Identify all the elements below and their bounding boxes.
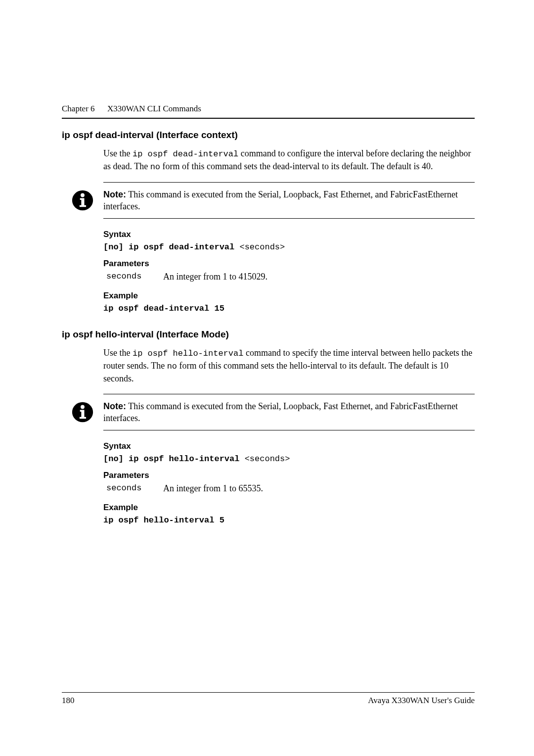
intro-text: form of this command sets the dead-inter… (160, 161, 433, 171)
chapter-title: X330WAN CLI Commands (107, 104, 201, 113)
note-label: Note: (103, 401, 126, 411)
example-command: ip ospf dead-interval 15 (103, 304, 224, 313)
intro-code: ip ospf dead-interval (133, 149, 238, 159)
page-header: Chapter 6 X330WAN CLI Commands (62, 104, 475, 114)
section-title-hello-interval: ip ospf hello-interval (Interface Mode) (62, 329, 475, 340)
example-code: ip ospf hello-interval 5 (103, 516, 475, 525)
intro-code-no: no (167, 362, 177, 371)
parameter-desc: An integer from 1 to 65535. (163, 483, 263, 494)
parameters-heading: Parameters (103, 259, 475, 269)
section-title-dead-interval: ip ospf dead-interval (Interface context… (62, 130, 475, 141)
example-code: ip ospf dead-interval 15 (103, 304, 475, 313)
syntax-command: [no] ip ospf hello-interval (103, 454, 239, 464)
syntax-arg: <seconds> (239, 454, 290, 464)
example-heading: Example (103, 291, 475, 301)
note-label: Note: (103, 189, 126, 199)
note-rule-bottom (103, 430, 475, 430)
syntax-heading: Syntax (103, 230, 475, 239)
intro-code: ip ospf hello-interval (133, 349, 243, 358)
syntax-heading: Syntax (103, 441, 475, 451)
intro-text: Use the (103, 148, 133, 158)
note-body: This command is executed from the Serial… (103, 401, 458, 423)
footer-rule (62, 692, 475, 693)
svg-point-3 (81, 405, 85, 409)
note-text: Note: This command is executed from the … (103, 189, 475, 213)
page-number: 180 (62, 696, 75, 706)
syntax-line: [no] ip ospf hello-interval <seconds> (103, 454, 475, 464)
parameters-heading: Parameters (103, 471, 475, 480)
parameter-row: seconds An integer from 1 to 415029. (103, 272, 475, 282)
chapter-label: Chapter 6 (62, 104, 95, 113)
section-intro: Use the ip ospf dead-interval command to… (103, 147, 475, 173)
note-rule-bottom (103, 218, 475, 219)
syntax-arg: <seconds> (234, 242, 285, 252)
header-rule (62, 118, 475, 119)
intro-text: Use the (103, 348, 133, 358)
example-command: ip ospf hello-interval 5 (103, 516, 224, 525)
svg-point-1 (81, 193, 85, 197)
syntax-command: [no] ip ospf dead-interval (103, 242, 234, 252)
syntax-line: [no] ip ospf dead-interval <seconds> (103, 242, 475, 252)
doc-title: Avaya X330WAN User's Guide (368, 696, 475, 706)
page-footer: 180 Avaya X330WAN User's Guide (62, 692, 475, 706)
parameter-desc: An integer from 1 to 415029. (163, 272, 267, 282)
note-body: This command is executed from the Serial… (103, 189, 458, 211)
parameter-name: seconds (106, 483, 163, 494)
parameter-name: seconds (106, 272, 163, 282)
intro-code-no: no (150, 162, 160, 172)
info-icon (72, 401, 93, 423)
parameter-row: seconds An integer from 1 to 65535. (103, 483, 475, 494)
example-heading: Example (103, 503, 475, 513)
note-text: Note: This command is executed from the … (103, 400, 475, 425)
info-icon (72, 189, 93, 211)
section-intro: Use the ip ospf hello-interval command t… (103, 347, 475, 384)
